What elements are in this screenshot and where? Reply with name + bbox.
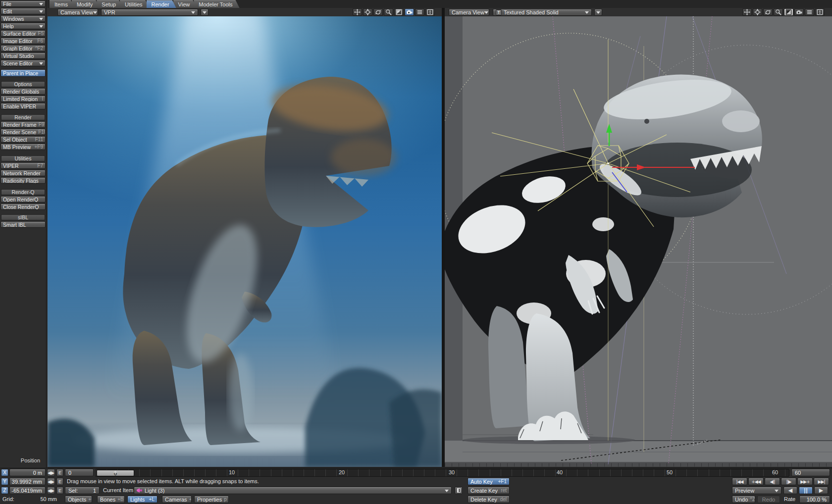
objects-mode-button[interactable]: Objects+O (65, 496, 92, 503)
open-renderq-button[interactable]: Open RenderQ (0, 196, 46, 202)
utilities-header: Utilities (1, 155, 45, 161)
shaded-view[interactable] (445, 16, 832, 467)
windows-menu[interactable]: Windows (0, 15, 46, 22)
vpr-render-view[interactable] (48, 16, 442, 467)
rotate-icon[interactable] (753, 8, 762, 16)
z-position-field[interactable]: -65.0419mm (9, 487, 46, 494)
close-renderq-button[interactable]: Close RenderQ (0, 203, 46, 210)
timeline-track[interactable]: 0 (95, 469, 789, 477)
list-icon[interactable] (805, 8, 814, 16)
mb-preview-button[interactable]: MB Preview+F9 (0, 144, 46, 150)
pan-icon[interactable] (353, 8, 362, 16)
properties-button[interactable]: Propertiesp (194, 496, 229, 503)
pause-button[interactable]: || (799, 487, 813, 494)
main-area: Items Modify Setup Utilities Render View… (48, 0, 832, 468)
network-render-button[interactable]: Network Render (0, 170, 46, 176)
view-type-dropdown[interactable]: Camera View (449, 9, 489, 16)
rate-label: Rate (784, 496, 795, 503)
file-menu[interactable]: File (0, 0, 46, 7)
go-to-end-button[interactable]: ▶▶| (814, 478, 829, 485)
parent-in-place-button[interactable]: Parent in Place (0, 69, 46, 77)
tab-utilities[interactable]: Utilities (120, 0, 149, 8)
enable-viper-button[interactable]: Enable VIPER (0, 103, 46, 109)
lights-mode-button[interactable]: Lights+L (127, 496, 157, 503)
item-list-button[interactable] (455, 487, 463, 494)
viewport-left-toolbar: Camera View VPR (48, 8, 442, 16)
sel-object-button[interactable]: Sel ObjectF11 (0, 136, 46, 143)
y-position-field[interactable]: 39.9992 mm (9, 478, 46, 485)
help-menu[interactable]: Help (0, 23, 46, 29)
camera-icon[interactable] (794, 8, 804, 16)
go-to-start-button[interactable]: |◀◀ (732, 478, 747, 485)
redo-button[interactable]: Redo (757, 496, 780, 503)
x-axis-badge[interactable]: X (1, 469, 8, 476)
tab-setup[interactable]: Setup (97, 0, 123, 8)
surface-editor-button[interactable]: Surface EditorF5 (0, 30, 46, 37)
viper-button[interactable]: VIPERF7 (0, 162, 46, 169)
viewport-options-button[interactable] (594, 9, 602, 16)
limited-region-button[interactable]: Limited Regionl (0, 96, 46, 102)
x-spinner[interactable]: ◀▶ (47, 469, 55, 476)
last-frame-field[interactable]: 60 (791, 469, 830, 476)
tab-modeler-tools[interactable]: Modeler Tools (194, 0, 239, 8)
step-back-button[interactable]: ◀|| (765, 478, 780, 485)
previous-key-button[interactable]: +◀◀ (748, 478, 764, 485)
render-mode-dropdown[interactable]: TTextured Shaded Solid (493, 9, 592, 16)
tab-items[interactable]: Items (50, 0, 75, 8)
virtual-studio-button[interactable]: Virtual Studio (0, 52, 46, 59)
left-sidebar: File Edit Windows Help Surface EditorF5 … (0, 0, 47, 468)
current-item-dropdown[interactable]: Light (3) (134, 487, 452, 494)
preview-dropdown[interactable]: Preview (732, 487, 781, 494)
y-spinner[interactable]: ◀▶ (47, 478, 55, 485)
y-axis-badge[interactable]: Y (1, 478, 8, 485)
renderq-header: Render-Q (1, 189, 45, 195)
smart-ibl-button[interactable]: Smart IBL (0, 221, 46, 228)
tab-render[interactable]: Render (147, 0, 176, 8)
undo-button[interactable]: Undo^Z (732, 496, 755, 503)
render-frame-button[interactable]: Render FrameF9 (0, 121, 46, 128)
play-reverse-button[interactable]: ◀ (783, 487, 797, 494)
delete-key-button[interactable]: Delete Keydel (468, 496, 510, 503)
zoom-icon[interactable] (384, 8, 393, 16)
x-envelope-button[interactable]: E (56, 469, 63, 476)
create-key-button[interactable]: Create Keyret (468, 487, 510, 494)
graph-editor-button[interactable]: Graph Editor^F2 (0, 45, 46, 51)
list-icon[interactable] (415, 8, 424, 16)
orbit-icon[interactable] (373, 8, 383, 16)
rate-field[interactable]: 100.0 % (799, 496, 830, 503)
render-globals-button[interactable]: Render Globals (0, 88, 46, 95)
render-mode-dropdown[interactable]: VPR (101, 9, 198, 16)
render-scene-button[interactable]: Render SceneF10 (0, 129, 46, 135)
z-envelope-button[interactable]: E (56, 487, 63, 494)
viewport-options-button[interactable] (201, 9, 208, 16)
tab-view[interactable]: View (173, 0, 197, 8)
pan-icon[interactable] (742, 8, 752, 16)
independent-view-icon[interactable] (784, 8, 793, 16)
independent-view-icon[interactable] (394, 8, 404, 16)
auto-key-button[interactable]: Auto Key+F1 (468, 478, 510, 485)
zoom-icon[interactable] (774, 8, 783, 16)
light-icon (137, 488, 142, 493)
maximize-icon[interactable] (425, 8, 435, 16)
next-key-button[interactable]: ▶▶+ (797, 478, 813, 485)
first-frame-field[interactable]: 0 (65, 469, 94, 476)
maximize-icon[interactable] (815, 8, 825, 16)
rotate-icon[interactable] (363, 8, 372, 16)
z-spinner[interactable]: ◀▶ (47, 487, 55, 494)
image-editor-button[interactable]: Image EditorF6 (0, 38, 46, 44)
scene-editor-button[interactable]: Scene Editor (0, 60, 46, 66)
x-position-field[interactable]: 0 m (9, 469, 46, 476)
camera-icon[interactable] (405, 8, 414, 16)
selection-count-field[interactable]: Sel:1 (65, 487, 100, 494)
y-envelope-button[interactable]: E (56, 478, 63, 485)
radiosity-flags-button[interactable]: Radiosity Flags (0, 177, 46, 184)
orbit-icon[interactable] (763, 8, 773, 16)
play-forward-button[interactable]: ▶ (814, 487, 828, 494)
tab-modify[interactable]: Modify (72, 0, 100, 8)
cameras-mode-button[interactable]: Cameras+C (162, 496, 192, 503)
view-type-dropdown[interactable]: Camera View (57, 9, 98, 16)
z-axis-badge[interactable]: Z (1, 487, 8, 494)
edit-menu[interactable]: Edit (0, 8, 46, 14)
bones-mode-button[interactable]: Bones+B (97, 496, 125, 503)
step-forward-button[interactable]: ||▶ (781, 478, 796, 485)
